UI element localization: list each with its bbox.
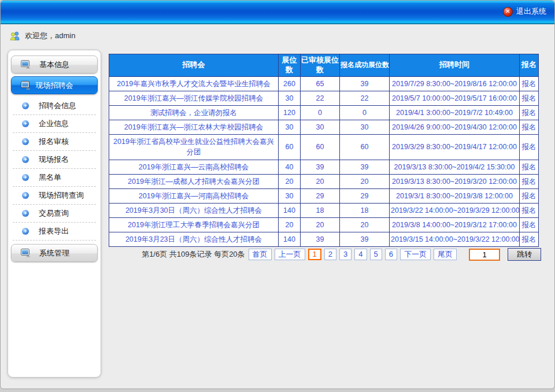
- success-count: 22: [340, 91, 390, 105]
- jobfair-name-link[interactable]: 2019年3月23日（周六）综合性人才招聘会: [109, 232, 279, 247]
- recruit-time: 2019/3/15 14:00:00~2019/3/22 12:00:00: [390, 232, 520, 247]
- logout-x-icon: ✕: [503, 7, 513, 17]
- sidebar-item-label: 企业信息: [39, 119, 69, 129]
- next-page-button[interactable]: 下一页: [400, 249, 431, 260]
- top-bar: ✕ 退出系统: [1, 1, 554, 24]
- table-row: 2019年浙江嘉兴—河南高校招聘会 30 29 29 2019/3/1 8:30…: [109, 188, 539, 203]
- booths-count: 120: [279, 106, 301, 120]
- jobfair-name-link[interactable]: 2019年浙江嘉兴—云南高校招聘会: [109, 160, 279, 174]
- jobfair-name-link[interactable]: 测试招聘会，企业请勿报名: [109, 106, 279, 120]
- signup-link[interactable]: 报名: [520, 203, 539, 217]
- plus-orb-icon: +: [22, 120, 29, 127]
- success-count: 39: [340, 232, 390, 247]
- recruit-time: 2019/3/29 8:30:00~2019/4/17 12:00:00: [390, 135, 520, 160]
- table-row: 2019年浙江嘉兴—云南高校招聘会 40 39 39 2019/3/13 8:3…: [109, 160, 539, 174]
- logout-button[interactable]: ✕ 退出系统: [503, 6, 546, 17]
- signup-link[interactable]: 报名: [520, 160, 539, 174]
- jobfair-name-link[interactable]: 2019年浙江嘉兴—河南高校招聘会: [109, 188, 279, 203]
- signup-link[interactable]: 报名: [520, 218, 539, 232]
- success-count: 18: [340, 203, 390, 217]
- approved-count: 18: [301, 203, 340, 217]
- plus-orb-icon: +: [22, 138, 29, 145]
- page-number-1-current[interactable]: 1: [308, 249, 321, 260]
- table-row: 2019年浙江省高校毕业生就业公益性招聘大会嘉兴分团 60 60 60 2019…: [109, 135, 539, 160]
- sidebar-item-blacklist[interactable]: + 黑名单: [13, 169, 96, 187]
- approved-count: 39: [301, 232, 340, 247]
- first-page-button[interactable]: 首页: [249, 249, 272, 260]
- sidebar-item-basic-info[interactable]: 基本信息: [11, 56, 98, 73]
- signup-link[interactable]: 报名: [520, 188, 539, 203]
- approved-count: 29: [301, 188, 340, 203]
- jobfair-name-link[interactable]: 2019年浙江省高校毕业生就业公益性招聘大会嘉兴分团: [109, 135, 279, 160]
- approved-count: 60: [301, 135, 340, 160]
- sidebar-item-label: 报表导出: [39, 226, 69, 236]
- sidebar-item-onsite-query[interactable]: + 现场招聘查询: [13, 187, 96, 205]
- jobfair-name-link[interactable]: 2019年浙江—成都人才招聘大会嘉兴分团: [109, 174, 279, 188]
- col-header-success: 报名成功展位数: [340, 54, 390, 77]
- signup-link[interactable]: 报名: [520, 120, 539, 135]
- col-header-booths: 展位数: [279, 54, 301, 77]
- booths-count: 40: [279, 160, 301, 174]
- page-number-5[interactable]: 5: [370, 249, 382, 260]
- monitor-icon: [21, 249, 31, 260]
- jobfair-table: 招聘会 展位数 已审核展位数 报名成功展位数 招聘时间 报名 2019年嘉兴市秋…: [109, 54, 539, 247]
- sidebar-item-onsite-signup[interactable]: + 现场报名: [13, 151, 96, 169]
- booths-count: 140: [279, 203, 301, 217]
- approved-count: 0: [301, 106, 340, 120]
- approved-count: 22: [301, 91, 340, 105]
- sidebar-item-label: 基本信息: [39, 60, 69, 70]
- success-count: 39: [340, 76, 390, 91]
- sidebar-item-label: 现场招聘查询: [39, 190, 84, 201]
- page-number-3[interactable]: 3: [339, 249, 352, 260]
- sidebar-item-system-management[interactable]: 系统管理: [11, 244, 98, 262]
- sidebar-item-company-info[interactable]: + 企业信息: [13, 115, 96, 133]
- recruit-time: 2019/4/1 3:00:00~2019/7/2 10:49:00: [390, 106, 520, 120]
- jobfair-name-link[interactable]: 2019年浙江嘉兴—浙江传媒学院校园招聘会: [109, 91, 279, 105]
- col-header-jobfair: 招聘会: [109, 54, 279, 77]
- jobfair-name-link[interactable]: 2019年浙江嘉兴—浙江农林大学校园招聘会: [109, 120, 279, 135]
- booths-count: 20: [279, 174, 301, 188]
- monitor-icon: [21, 81, 31, 92]
- sidebar-item-onsite-jobfair[interactable]: 现场招聘会: [11, 76, 98, 94]
- table-row: 2019年3月23日（周六）综合性人才招聘会 140 39 39 2019/3/…: [109, 232, 539, 247]
- approved-count: 30: [301, 120, 340, 135]
- sidebar-item-label: 招聘会信息: [39, 101, 76, 111]
- success-count: 0: [340, 106, 390, 120]
- table-row: 2019年浙江嘉兴—浙江农林大学校园招聘会 30 30 30 2019/4/26…: [109, 120, 539, 135]
- signup-link[interactable]: 报名: [520, 106, 539, 120]
- booths-count: 30: [279, 91, 301, 105]
- plus-orb-icon: +: [22, 156, 29, 163]
- signup-link[interactable]: 报名: [520, 135, 539, 160]
- signup-link[interactable]: 报名: [520, 232, 539, 247]
- sidebar-item-label: 系统管理: [39, 248, 69, 258]
- prev-page-button[interactable]: 上一页: [275, 249, 305, 260]
- page-number-4[interactable]: 4: [354, 249, 367, 260]
- table-header-row: 招聘会 展位数 已审核展位数 报名成功展位数 招聘时间 报名: [109, 54, 539, 77]
- approved-count: 20: [301, 218, 340, 232]
- approved-count: 39: [301, 160, 340, 174]
- sidebar-item-transaction-query[interactable]: + 交易查询: [13, 205, 96, 223]
- sidebar-item-report-export[interactable]: + 报表导出: [13, 223, 96, 241]
- page-number-2[interactable]: 2: [324, 249, 336, 260]
- approved-count: 20: [301, 174, 340, 188]
- success-count: 29: [340, 188, 390, 203]
- page-number-6[interactable]: 6: [385, 249, 397, 260]
- booths-count: 60: [279, 135, 301, 160]
- welcome-text: 欢迎您，admin: [25, 31, 75, 41]
- sidebar-item-signup-review[interactable]: + 报名审核: [13, 133, 96, 151]
- jobfair-name-link[interactable]: 2019年浙江理工大学春季招聘会嘉兴分团: [109, 218, 279, 232]
- sidebar: 基本信息 现场招聘会 + 招聘会信息 + 企业信息 + 报名审核: [8, 50, 101, 378]
- signup-link[interactable]: 报名: [520, 76, 539, 91]
- signup-link[interactable]: 报名: [520, 91, 539, 105]
- page-jump-input[interactable]: [469, 249, 500, 261]
- sidebar-item-jobfair-info[interactable]: + 招聘会信息: [13, 97, 96, 115]
- jobfair-name-link[interactable]: 2019年嘉兴市秋季人才交流大会暨毕业生招聘会: [109, 76, 279, 91]
- last-page-button[interactable]: 尾页: [434, 249, 457, 260]
- table-row: 2019年嘉兴市秋季人才交流大会暨毕业生招聘会 260 65 39 2019/7…: [109, 76, 539, 91]
- page-jump-button[interactable]: 跳转: [508, 248, 541, 261]
- success-count: 60: [340, 135, 390, 160]
- jobfair-name-link[interactable]: 2019年3月30日（周六）综合性人才招聘会: [109, 203, 279, 217]
- col-header-action: 报名: [520, 54, 539, 77]
- signup-link[interactable]: 报名: [520, 174, 539, 188]
- table-row: 2019年浙江嘉兴—浙江传媒学院校园招聘会 30 22 22 2019/5/7 …: [109, 91, 539, 105]
